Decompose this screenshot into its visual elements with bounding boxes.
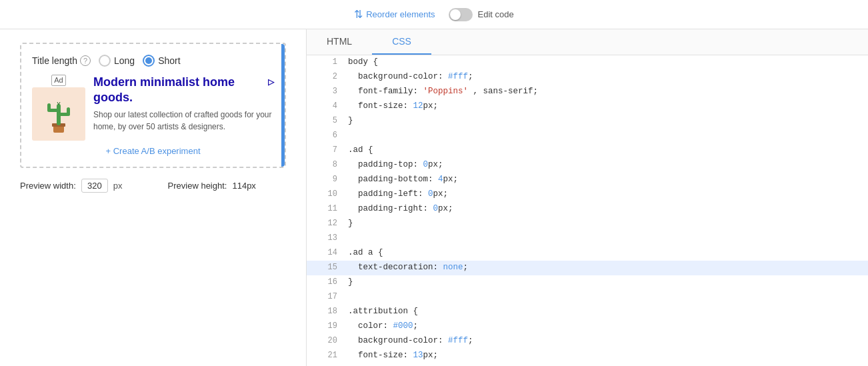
line-number: 16 xyxy=(319,275,337,289)
code-text: } xyxy=(348,114,353,128)
radio-short-inner xyxy=(145,57,152,64)
preview-height-value: 114px xyxy=(232,181,255,191)
line-number: 22 xyxy=(319,363,337,366)
code-text: padding-left: 3px; xyxy=(348,363,448,366)
ad-title: Modern minimalist home goods. ▷ xyxy=(93,75,274,106)
code-text: background-color: #fff; xyxy=(348,70,473,84)
code-text: padding-bottom: 4px; xyxy=(348,173,458,187)
code-text: text-decoration: none; xyxy=(348,261,468,275)
radio-short-outer xyxy=(143,55,155,67)
preview-width-unit: px xyxy=(113,181,123,191)
code-line: 20 background-color: #fff; xyxy=(307,334,868,349)
cactus-svg xyxy=(42,94,75,134)
preview-height-label: Preview height: xyxy=(168,181,227,191)
ad-preview: Ad xyxy=(32,75,274,141)
code-text: } xyxy=(348,275,353,289)
code-text xyxy=(348,290,353,304)
line-number: 2 xyxy=(319,70,337,83)
code-line: 3 font-family: 'Poppins' , sans-serif; xyxy=(307,85,868,99)
line-number: 4 xyxy=(319,99,337,113)
edit-code-label: Edit code xyxy=(478,9,514,19)
tab-html[interactable]: HTML xyxy=(307,29,372,55)
code-text: font-size: 12px; xyxy=(348,99,438,113)
line-number: 21 xyxy=(319,349,337,362)
line-number: 11 xyxy=(319,202,337,215)
line-number: 17 xyxy=(319,290,337,303)
code-line: 14.ad a { xyxy=(307,246,868,261)
svg-rect-4 xyxy=(47,103,51,112)
ad-image-area: Ad xyxy=(32,75,85,141)
code-line: 15 text-decoration: none; xyxy=(307,261,868,275)
code-line: 22 padding-left: 3px; xyxy=(307,363,868,366)
code-text: background-color: #fff; xyxy=(348,334,473,348)
code-text xyxy=(348,231,353,245)
ad-description: Shop our latest collection of crafted go… xyxy=(93,109,274,133)
line-number: 10 xyxy=(319,187,337,201)
svg-rect-6 xyxy=(67,107,70,116)
line-number: 20 xyxy=(319,334,337,347)
create-ab-link[interactable]: + Create A/B experiment xyxy=(32,146,274,156)
code-line: 16} xyxy=(307,275,868,290)
code-text: padding-top: 0px; xyxy=(348,158,443,172)
line-number: 1 xyxy=(319,55,337,69)
code-line: 9 padding-bottom: 4px; xyxy=(307,173,868,187)
title-length-row: Title length ? Long Short xyxy=(32,55,274,67)
preview-dims: Preview width: 320 px Preview height: 11… xyxy=(20,179,286,193)
code-line: 13 xyxy=(307,231,868,246)
code-line: 2 background-color: #fff; xyxy=(307,70,868,85)
code-text: padding-left: 0px; xyxy=(348,187,448,201)
reorder-label: Reorder elements xyxy=(366,9,435,19)
code-text: padding-right: 0px; xyxy=(348,202,453,216)
line-number: 8 xyxy=(319,158,337,171)
code-text: font-size: 13px; xyxy=(348,349,438,363)
left-panel: Title length ? Long Short xyxy=(0,29,307,366)
right-panel: HTML CSS 1body {2 background-color: #fff… xyxy=(307,29,868,366)
accent-bar xyxy=(281,44,285,167)
code-line: 12} xyxy=(307,217,868,231)
help-icon[interactable]: ? xyxy=(80,55,91,66)
line-number: 6 xyxy=(319,129,337,142)
ad-image xyxy=(32,87,85,141)
ad-card: Title length ? Long Short xyxy=(20,43,286,168)
code-line: 18.attribution { xyxy=(307,305,868,319)
code-text: body { xyxy=(348,55,378,69)
radio-long-outer xyxy=(99,55,111,67)
line-number: 15 xyxy=(319,261,337,274)
edit-code-toggle-wrap: Edit code xyxy=(449,8,514,21)
code-text: color: #000; xyxy=(348,319,418,333)
main-content: Title length ? Long Short xyxy=(0,29,868,366)
line-number: 14 xyxy=(319,246,337,259)
code-text: .ad { xyxy=(348,143,373,157)
toggle-knob xyxy=(450,9,461,20)
line-number: 3 xyxy=(319,85,337,98)
code-text: .attribution { xyxy=(348,305,418,319)
line-number: 13 xyxy=(319,231,337,245)
edit-code-toggle[interactable] xyxy=(449,8,473,21)
title-length-label: Title length ? xyxy=(32,55,91,66)
code-area[interactable]: 1body {2 background-color: #fff;3 font-f… xyxy=(307,55,868,366)
code-line: 5} xyxy=(307,114,868,129)
line-number: 5 xyxy=(319,114,337,127)
code-line: 7.ad { xyxy=(307,143,868,158)
ad-badge: Ad xyxy=(51,75,65,86)
ad-title-arrow: ▷ xyxy=(268,77,274,88)
line-number: 7 xyxy=(319,143,337,157)
line-number: 9 xyxy=(319,173,337,186)
code-text xyxy=(348,129,353,143)
code-line: 1body { xyxy=(307,55,868,70)
code-line: 8 padding-top: 0px; xyxy=(307,158,868,173)
radio-long[interactable]: Long xyxy=(99,55,135,67)
tab-css[interactable]: CSS xyxy=(372,29,431,55)
code-line: 17 xyxy=(307,290,868,305)
top-bar: ⇅ Reorder elements Edit code xyxy=(0,0,868,29)
code-text: font-family: 'Poppins' , sans-serif; xyxy=(348,85,538,99)
reorder-button[interactable]: ⇅ Reorder elements xyxy=(354,8,435,21)
code-text: } xyxy=(348,217,353,231)
code-line: 10 padding-left: 0px; xyxy=(307,187,868,202)
radio-short-label: Short xyxy=(158,55,180,66)
radio-long-label: Long xyxy=(114,55,135,66)
code-tabs: HTML CSS xyxy=(307,29,868,55)
reorder-icon: ⇅ xyxy=(354,8,363,21)
preview-width-value[interactable]: 320 xyxy=(81,179,108,193)
radio-short[interactable]: Short xyxy=(143,55,180,67)
